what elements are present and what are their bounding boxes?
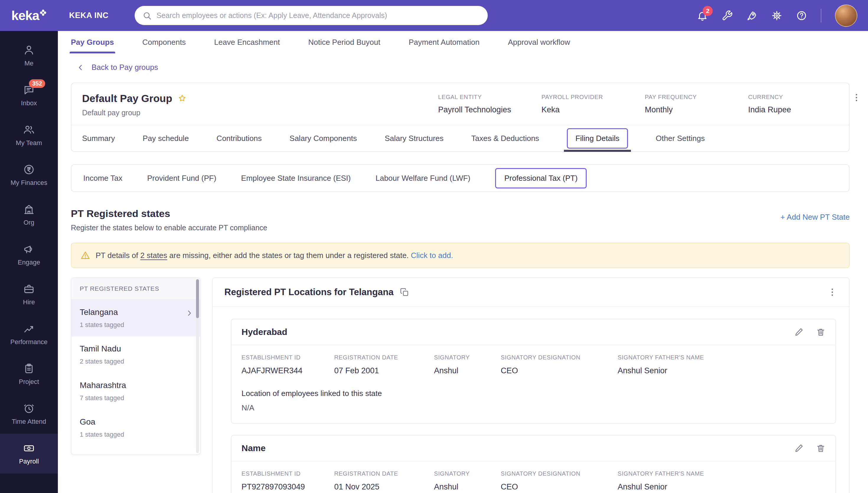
- whats-new-rocket-icon[interactable]: [746, 10, 758, 21]
- main-content: Pay Groups Components Leave Encashment N…: [58, 31, 868, 493]
- sidebar-item-label: Inbox: [21, 99, 37, 107]
- tab-filing-details[interactable]: Filing Details: [567, 125, 628, 151]
- tab-payment-automation[interactable]: Payment Automation: [409, 38, 480, 53]
- add-new-pt-state-link[interactable]: + Add New PT State: [781, 213, 850, 222]
- global-search[interactable]: [135, 6, 488, 25]
- settings-gear-icon[interactable]: [771, 10, 782, 21]
- edit-pencil-icon[interactable]: [794, 444, 804, 453]
- tab-filing-details-label: Filing Details: [567, 128, 628, 149]
- keka-logo[interactable]: keka: [0, 8, 58, 23]
- sidebar-item-engage[interactable]: Engage: [0, 235, 58, 275]
- field-label: REGISTRATION DATE: [334, 470, 434, 477]
- subtab-professional-tax[interactable]: Professional Tax (PT): [495, 168, 587, 188]
- sidebar-item-me[interactable]: Me: [0, 36, 58, 76]
- tools-wrench-icon[interactable]: [722, 10, 733, 21]
- meta-value-payroll-provider: Keka: [542, 105, 645, 114]
- tab-pay-groups[interactable]: Pay Groups: [71, 38, 114, 53]
- pay-group-kebab-menu-icon[interactable]: [851, 92, 862, 103]
- sidebar-item-label: Me: [24, 60, 34, 67]
- user-avatar[interactable]: [835, 4, 857, 27]
- field-label: REGISTRATION DATE: [334, 354, 434, 361]
- tab-other-settings[interactable]: Other Settings: [656, 125, 705, 151]
- click-to-add-link[interactable]: Click to add.: [411, 251, 453, 260]
- pt-locations-panel: Registered PT Locations for Telangana Hy…: [212, 277, 850, 493]
- registration-date-value: 07 Feb 2001: [334, 366, 434, 376]
- sidebar-item-label: Project: [19, 378, 39, 386]
- establishment-id-value: PT927897093049: [242, 483, 334, 492]
- signatory-designation-value: CEO: [501, 366, 618, 376]
- notifications-bell-icon[interactable]: 2: [697, 10, 708, 21]
- sidebar-item-inbox[interactable]: 352 Inbox: [0, 76, 58, 115]
- locations-panel-title: Registered PT Locations for Telangana: [224, 287, 393, 298]
- state-item-goa[interactable]: Goa 1 states tagged: [72, 410, 200, 446]
- state-item-maharashtra[interactable]: Maharashtra 7 states tagged: [72, 373, 200, 410]
- location-card-header: Name: [231, 435, 835, 462]
- pay-group-meta: LEGAL ENTITY Payroll Technologies PAYROL…: [438, 92, 851, 114]
- keka-flower-icon: [40, 9, 46, 16]
- subtab-provident-fund[interactable]: Provident Fund (PF): [147, 174, 216, 183]
- sidebar-item-my-finances[interactable]: My Finances: [0, 155, 58, 195]
- payroll-banknote-icon: [23, 442, 35, 454]
- keka-logo-text: keka: [12, 8, 39, 23]
- edit-pencil-icon[interactable]: [794, 327, 804, 337]
- delete-trash-icon[interactable]: [816, 327, 826, 337]
- meta-label: CURRENCY: [748, 94, 851, 101]
- copy-icon[interactable]: [400, 288, 409, 297]
- pt-section-title: PT Registered states: [71, 208, 267, 219]
- sidebar-item-performance[interactable]: Performance: [0, 314, 58, 354]
- finances-icon: [23, 164, 35, 175]
- sidebar-item-project[interactable]: Project: [0, 354, 58, 394]
- sidebar-item-payroll[interactable]: Payroll: [0, 434, 58, 474]
- warning-states-count[interactable]: 2 states: [140, 251, 167, 260]
- locations-panel-body: Hyderabad ESTA: [213, 307, 849, 493]
- tab-summary[interactable]: Summary: [82, 125, 115, 151]
- meta-label: LEGAL ENTITY: [438, 94, 542, 101]
- tab-components[interactable]: Components: [142, 38, 186, 53]
- tab-salary-structures[interactable]: Salary Structures: [385, 125, 443, 151]
- state-tagged-count: 7 states tagged: [80, 394, 192, 402]
- pt-section-header: PT Registered states Register the states…: [71, 208, 850, 232]
- location-card-hyderabad: Hyderabad ESTA: [231, 319, 836, 424]
- tab-contributions[interactable]: Contributions: [217, 125, 262, 151]
- sidebar-item-time-attend[interactable]: Time Attend: [0, 394, 58, 434]
- meta-label: PAY FREQUENCY: [645, 94, 748, 101]
- states-scrollbar-thumb[interactable]: [196, 279, 199, 318]
- inbox-count-badge: 352: [29, 79, 45, 88]
- tab-taxes-deductions[interactable]: Taxes & Deductions: [471, 125, 539, 151]
- subtab-income-tax[interactable]: Income Tax: [83, 174, 122, 183]
- subtab-lwf[interactable]: Labour Welfare Fund (LWF): [376, 174, 470, 183]
- sidebar-item-my-team[interactable]: My Team: [0, 115, 58, 155]
- field-label: SIGNATORY DESIGNATION: [501, 470, 618, 477]
- help-icon[interactable]: [796, 10, 807, 21]
- signatory-father-name-value: Anshul Senior: [618, 483, 826, 492]
- subtab-esi[interactable]: Employee State Insurance (ESI): [241, 174, 351, 183]
- states-panel-header: PT REGISTERED STATES: [72, 278, 200, 300]
- registration-date-value: 01 Nov 2025: [334, 483, 434, 492]
- state-item-tamil-nadu[interactable]: Tamil Nadu 2 states tagged: [72, 337, 200, 373]
- pay-group-title: Default Pay Group: [82, 92, 172, 104]
- clock-icon: [23, 403, 35, 414]
- sidebar-item-org[interactable]: Org: [0, 195, 58, 235]
- state-item-telangana[interactable]: Telangana 1 states tagged: [72, 300, 200, 337]
- sidebar-item-hire[interactable]: Hire: [0, 275, 58, 314]
- states-scrollbar-track[interactable]: [196, 279, 199, 453]
- locations-kebab-menu-icon[interactable]: [827, 287, 837, 297]
- field-label: SIGNATORY: [434, 470, 501, 477]
- delete-trash-icon[interactable]: [816, 444, 826, 453]
- tab-approval-workflow[interactable]: Approval workflow: [508, 38, 570, 53]
- linked-locations-label: Location of employees linked to this sta…: [242, 389, 826, 398]
- pt-section-subtitle: Register the states below to enable accu…: [71, 223, 267, 232]
- filing-details-subtabs: Income Tax Provident Fund (PF) Employee …: [71, 164, 850, 192]
- field-label: ESTABLISHMENT ID: [242, 354, 334, 361]
- tab-salary-components[interactable]: Salary Components: [290, 125, 357, 151]
- team-icon: [23, 124, 35, 136]
- signatory-designation-value: CEO: [501, 483, 618, 492]
- tab-notice-period-buyout[interactable]: Notice Period Buyout: [308, 38, 380, 53]
- tab-leave-encashment[interactable]: Leave Encashment: [214, 38, 280, 53]
- star-icon[interactable]: [178, 94, 187, 103]
- search-input[interactable]: [157, 11, 480, 20]
- signatory-value: Anshul: [434, 483, 501, 492]
- back-to-pay-groups-link[interactable]: Back to Pay groups: [77, 63, 158, 72]
- pay-group-card: Default Pay Group Default pay group LEGA…: [71, 83, 850, 152]
- tab-pay-schedule[interactable]: Pay schedule: [143, 125, 189, 151]
